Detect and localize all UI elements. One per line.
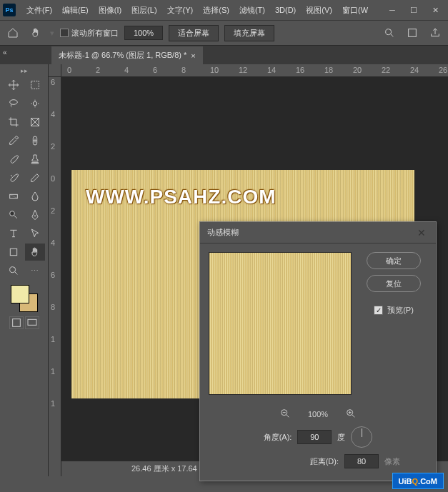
- menu-filter[interactable]: 滤镜(T): [234, 2, 270, 19]
- gradient-tool[interactable]: [4, 188, 24, 205]
- zoom-out-icon[interactable]: [279, 408, 291, 421]
- dialog-title: 动感模糊: [207, 227, 239, 238]
- standard-mode-icon[interactable]: [9, 316, 24, 329]
- ruler-horizontal[interactable]: 02 46 810 1214 1618 2022 2426: [61, 64, 448, 77]
- document-tab-title: 未标题-1 @ 66.7% (图层 1, RGB/8) *: [59, 50, 186, 61]
- distance-unit: 像素: [384, 456, 400, 467]
- reset-button[interactable]: 复位: [367, 275, 421, 292]
- share-icon[interactable]: [427, 24, 444, 41]
- dialog-close-button[interactable]: ✕: [414, 226, 429, 240]
- move-tool[interactable]: [4, 76, 24, 94]
- ok-button[interactable]: 确定: [367, 252, 421, 269]
- menu-3d[interactable]: 3D(D): [270, 3, 301, 17]
- preview-label: 预览(P): [387, 305, 414, 316]
- eyedropper-tool[interactable]: [4, 132, 24, 149]
- distance-label: 距离(D):: [310, 456, 339, 467]
- shape-tool[interactable]: [4, 244, 24, 261]
- frame-tool[interactable]: [25, 114, 45, 131]
- lasso-tool[interactable]: [4, 95, 24, 112]
- menu-edit[interactable]: 编辑(E): [57, 2, 94, 19]
- blur-tool[interactable]: [25, 188, 45, 205]
- color-swatches[interactable]: [11, 285, 38, 312]
- menu-view[interactable]: 视图(V): [301, 2, 337, 19]
- window-minimize-button[interactable]: ─: [382, 3, 402, 17]
- page-brand-watermark: UiBQ.CoM: [392, 473, 444, 489]
- scroll-all-windows-checkbox[interactable]: 滚动所有窗口: [60, 28, 119, 39]
- canvas-watermark-text: WWW.PSAHZ.COM: [86, 186, 277, 209]
- type-tool[interactable]: [4, 225, 24, 242]
- angle-input[interactable]: [297, 430, 332, 444]
- hand-tool[interactable]: [25, 244, 45, 261]
- screen-mode-icon[interactable]: [25, 316, 39, 329]
- svg-point-4: [33, 101, 36, 105]
- pen-tool[interactable]: [25, 206, 45, 224]
- svg-point-3: [9, 100, 17, 105]
- svg-rect-13: [28, 319, 36, 325]
- marquee-tool[interactable]: [25, 76, 45, 94]
- scroll-all-label: 滚动所有窗口: [71, 28, 119, 39]
- document-tab-close-icon[interactable]: ×: [191, 51, 195, 60]
- window-close-button[interactable]: ✕: [425, 3, 445, 17]
- dialog-titlebar[interactable]: 动感模糊 ✕: [200, 222, 436, 244]
- home-icon[interactable]: [4, 24, 21, 41]
- angle-unit: 度: [337, 432, 345, 443]
- svg-rect-10: [10, 248, 16, 255]
- svg-point-8: [9, 211, 14, 216]
- menu-layer[interactable]: 图层(L): [126, 2, 161, 19]
- dialog-preview[interactable]: [209, 252, 352, 395]
- stamp-tool[interactable]: [25, 151, 45, 168]
- preview-checkbox[interactable]: ✓预览(P): [374, 305, 414, 316]
- svg-rect-1: [409, 29, 417, 37]
- frame-icon[interactable]: [404, 24, 421, 41]
- motion-blur-dialog: 动感模糊 ✕ 确定 复位 ✓预览(P) 100% 角度(A): 度 距离(D):…: [199, 221, 437, 481]
- ruler-vertical[interactable]: 642 024 681 11: [49, 77, 61, 476]
- svg-point-9: [34, 216, 35, 216]
- expand-panels-icon[interactable]: «: [3, 49, 7, 56]
- menu-type[interactable]: 文字(Y): [162, 2, 199, 19]
- quick-select-tool[interactable]: [25, 95, 45, 112]
- history-brush-tool[interactable]: [4, 169, 24, 186]
- foreground-color[interactable]: [11, 285, 29, 303]
- preview-zoom-value: 100%: [308, 410, 328, 418]
- fit-screen-button[interactable]: 适合屏幕: [169, 25, 219, 41]
- angle-dial[interactable]: [351, 426, 372, 448]
- zoom-in-icon[interactable]: [345, 408, 357, 421]
- svg-point-0: [386, 29, 392, 35]
- window-maximize-button[interactable]: ☐: [404, 3, 424, 17]
- dodge-tool[interactable]: [4, 206, 24, 224]
- options-bar: ▾ 滚动所有窗口 100% 适合屏幕 填充屏幕: [0, 20, 448, 46]
- document-tabbar: « 未标题-1 @ 66.7% (图层 1, RGB/8) * ×: [0, 46, 448, 64]
- zoom-tool[interactable]: [4, 262, 24, 279]
- search-icon[interactable]: [381, 24, 398, 41]
- hand-tool-icon[interactable]: [27, 24, 44, 41]
- fill-screen-button[interactable]: 填充屏幕: [224, 25, 274, 41]
- svg-rect-12: [12, 319, 20, 327]
- menu-image[interactable]: 图像(I): [94, 2, 126, 19]
- zoom-value-field[interactable]: 100%: [124, 26, 163, 40]
- distance-input[interactable]: [344, 454, 379, 468]
- healing-tool[interactable]: [25, 132, 45, 149]
- svg-point-11: [9, 267, 15, 273]
- menu-select[interactable]: 选择(S): [198, 2, 234, 19]
- app-logo: Ps: [3, 4, 16, 16]
- path-select-tool[interactable]: [25, 225, 45, 242]
- ruler-origin[interactable]: [49, 64, 61, 77]
- angle-label: 角度(A):: [264, 432, 292, 443]
- menu-window[interactable]: 窗口(W: [337, 2, 373, 19]
- tool-panel: ▸▸ ⋯: [0, 64, 49, 476]
- eraser-tool[interactable]: [25, 169, 45, 186]
- menu-file[interactable]: 文件(F): [21, 2, 57, 19]
- menubar: Ps 文件(F) 编辑(E) 图像(I) 图层(L) 文字(Y) 选择(S) 滤…: [0, 0, 448, 20]
- brush-tool[interactable]: [4, 151, 24, 168]
- svg-rect-2: [31, 81, 39, 89]
- document-tab[interactable]: 未标题-1 @ 66.7% (图层 1, RGB/8) * ×: [51, 46, 203, 64]
- crop-tool[interactable]: [4, 114, 24, 131]
- edit-toolbar-icon[interactable]: ⋯: [25, 262, 45, 279]
